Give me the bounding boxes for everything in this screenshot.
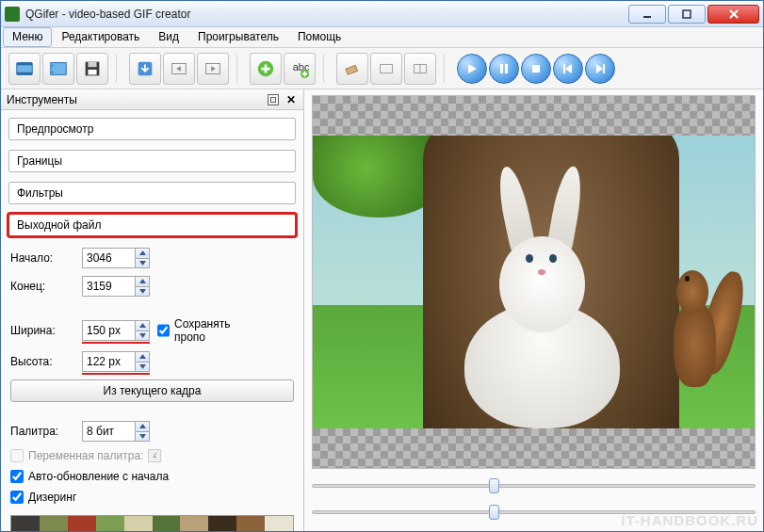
palette-swatch bbox=[153, 516, 181, 531]
height-input[interactable] bbox=[82, 351, 135, 372]
svg-rect-25 bbox=[603, 64, 605, 73]
palette-swatch bbox=[265, 516, 293, 531]
spin-up-icon[interactable] bbox=[136, 352, 149, 363]
from-current-frame-button[interactable]: Из текущего кадра bbox=[10, 379, 294, 402]
timeline-slider[interactable] bbox=[312, 476, 756, 495]
dithering-label: Дизеринг bbox=[28, 491, 76, 504]
maximize-button[interactable] bbox=[668, 5, 706, 24]
skip-next-button[interactable] bbox=[585, 54, 615, 84]
svg-point-6 bbox=[52, 64, 54, 66]
add-icon[interactable] bbox=[250, 53, 282, 85]
start-spinner[interactable] bbox=[82, 248, 150, 268]
film-icon[interactable] bbox=[8, 53, 41, 85]
menu-edit[interactable]: Редактировать bbox=[52, 27, 149, 47]
slider-thumb[interactable] bbox=[489, 505, 499, 520]
eraser-icon[interactable] bbox=[336, 53, 368, 85]
variable-palette-checkbox bbox=[10, 449, 24, 462]
dock-icon[interactable] bbox=[268, 94, 279, 105]
svg-rect-10 bbox=[88, 69, 96, 74]
spin-down-icon[interactable] bbox=[136, 331, 149, 341]
spin-up-icon[interactable] bbox=[136, 422, 149, 432]
spin-up-icon[interactable] bbox=[136, 321, 149, 331]
tools-panel-header: Инструменты ✕ bbox=[1, 89, 303, 110]
app-icon bbox=[5, 7, 20, 22]
end-spinner[interactable] bbox=[82, 276, 150, 297]
tools-panel: Инструменты ✕ Предпросмотр Границы Фильт… bbox=[1, 89, 304, 531]
width-spinner[interactable] bbox=[82, 320, 150, 341]
minimize-button[interactable] bbox=[628, 5, 666, 24]
spin-down-icon[interactable] bbox=[136, 259, 149, 268]
end-label: Конец: bbox=[10, 280, 74, 293]
palette-swatch bbox=[236, 516, 265, 531]
frame-next-icon[interactable] bbox=[197, 53, 229, 85]
section-preview[interactable]: Предпросмотр bbox=[8, 118, 296, 140]
svg-rect-24 bbox=[563, 64, 565, 73]
play-button[interactable] bbox=[457, 54, 487, 84]
svg-rect-9 bbox=[88, 61, 96, 67]
svg-rect-23 bbox=[532, 65, 540, 73]
spin-down-icon[interactable] bbox=[136, 363, 149, 372]
menu-player[interactable]: Проигрыватель bbox=[188, 27, 288, 47]
checker-top bbox=[313, 96, 755, 136]
keep-ratio-label: Сохранять пропо bbox=[174, 317, 230, 344]
auto-update-checkbox[interactable]: Авто-обновление с начала bbox=[10, 470, 294, 483]
height-spinner[interactable] bbox=[82, 351, 150, 372]
text-overlay-icon[interactable]: abc bbox=[284, 53, 316, 85]
spin-down-icon[interactable] bbox=[136, 432, 149, 442]
tools-panel-title: Инструменты bbox=[7, 93, 268, 106]
height-label: Высота: bbox=[10, 355, 74, 368]
spin-down-icon[interactable] bbox=[136, 287, 149, 297]
palette-spinner[interactable] bbox=[82, 421, 150, 442]
svg-rect-1 bbox=[683, 10, 691, 18]
palette-swatch bbox=[11, 516, 40, 531]
svg-rect-17 bbox=[346, 65, 358, 74]
frame-prev-icon[interactable] bbox=[163, 53, 195, 85]
panel-close-icon[interactable]: ✕ bbox=[284, 93, 298, 106]
palette-input[interactable] bbox=[82, 421, 135, 442]
dithering-checkbox[interactable]: Дизеринг bbox=[10, 491, 294, 504]
app-window: QGifer - video-based GIF creator Меню Ре… bbox=[0, 0, 764, 532]
width-label: Ширина: bbox=[10, 324, 74, 337]
start-input[interactable] bbox=[82, 248, 135, 268]
skip-prev-button[interactable] bbox=[553, 54, 583, 84]
menu-help[interactable]: Помощь bbox=[288, 27, 350, 47]
variable-palette-row: Переменная палитра: bbox=[10, 449, 294, 462]
svg-rect-18 bbox=[381, 64, 393, 73]
section-filters[interactable]: Фильтры bbox=[8, 182, 296, 204]
menu-menu[interactable]: Меню bbox=[3, 27, 52, 47]
preview-pane bbox=[304, 89, 763, 531]
spin-up-icon[interactable] bbox=[136, 277, 149, 287]
checker-bottom bbox=[313, 428, 755, 468]
variable-palette-value bbox=[148, 449, 161, 462]
svg-rect-3 bbox=[17, 62, 33, 65]
close-button[interactable] bbox=[707, 5, 759, 24]
spin-up-icon[interactable] bbox=[136, 249, 149, 259]
variable-palette-label: Переменная палитра: bbox=[28, 449, 143, 462]
toolbar: abc bbox=[1, 48, 763, 89]
svg-rect-22 bbox=[505, 64, 508, 73]
menubar: Меню Редактировать Вид Проигрыватель Пом… bbox=[1, 27, 763, 48]
section-bounds[interactable]: Границы bbox=[8, 150, 296, 172]
pause-button[interactable] bbox=[489, 54, 519, 84]
slider-thumb[interactable] bbox=[489, 478, 499, 493]
film-strip-icon[interactable] bbox=[42, 53, 74, 85]
save-icon[interactable] bbox=[76, 53, 108, 85]
palette-label: Палитра: bbox=[10, 425, 74, 438]
range-slider[interactable] bbox=[312, 503, 756, 522]
tool-a-icon[interactable] bbox=[370, 53, 402, 85]
output-form: Начало: Конец: bbox=[8, 246, 296, 531]
window-title: QGifer - video-based GIF creator bbox=[25, 8, 628, 21]
svg-rect-4 bbox=[17, 72, 33, 74]
tool-b-icon[interactable] bbox=[404, 53, 436, 85]
keep-ratio-checkbox[interactable]: Сохранять пропо bbox=[157, 317, 221, 344]
palette-swatch bbox=[40, 516, 68, 531]
download-icon[interactable] bbox=[129, 53, 161, 85]
stop-button[interactable] bbox=[521, 54, 551, 84]
end-input[interactable] bbox=[82, 276, 135, 297]
section-output[interactable]: Выходной файл bbox=[8, 214, 296, 236]
palette-bar bbox=[10, 515, 294, 531]
width-input[interactable] bbox=[82, 320, 135, 341]
auto-update-label: Авто-обновление с начала bbox=[28, 470, 169, 483]
video-frame bbox=[313, 136, 755, 428]
menu-view[interactable]: Вид bbox=[149, 27, 188, 47]
